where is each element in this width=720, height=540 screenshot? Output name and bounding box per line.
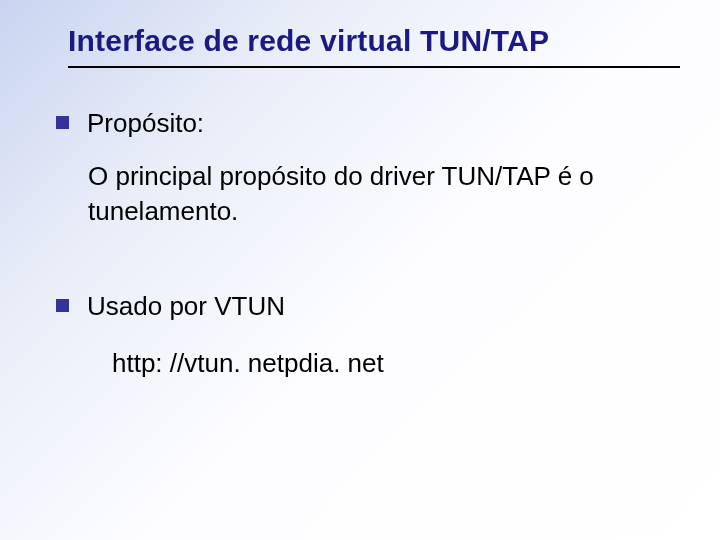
sub-link-text: http: //vtun. netpdia. net bbox=[112, 346, 670, 381]
slide: Interface de rede virtual TUN/TAP Propós… bbox=[0, 0, 720, 540]
bullet-label: Propósito: bbox=[87, 106, 204, 141]
slide-title: Interface de rede virtual TUN/TAP bbox=[68, 24, 680, 68]
bullet-item: Propósito: bbox=[56, 106, 670, 141]
slide-content: Propósito: O principal propósito do driv… bbox=[48, 68, 680, 381]
paragraph-text: O principal propósito do driver TUN/TAP … bbox=[88, 159, 670, 229]
square-bullet-icon bbox=[56, 116, 69, 129]
square-bullet-icon bbox=[56, 299, 69, 312]
bullet-label: Usado por VTUN bbox=[87, 289, 285, 324]
bullet-item: Usado por VTUN bbox=[56, 289, 670, 324]
